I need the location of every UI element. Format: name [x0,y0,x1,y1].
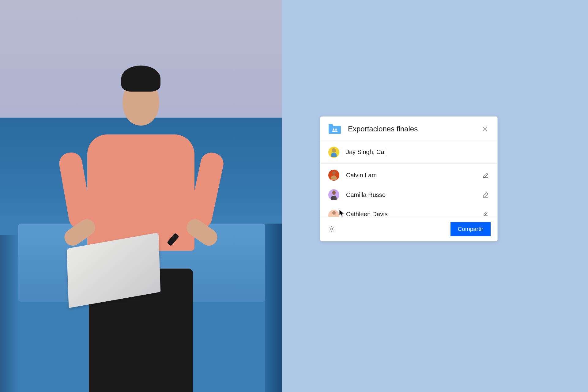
avatar-camilla-russe [328,189,339,200]
text-cursor [385,149,385,156]
edit-permission-icon[interactable] [482,209,489,216]
recipient-input[interactable]: Jay Singh, Ca [346,149,489,156]
avatar-jay-singh [328,147,339,158]
suggestion-name: Calvin Lam [346,172,482,179]
dialog-header: Exportaciones finales [320,117,497,141]
couch-arm-left [0,235,18,392]
share-dialog: Exportaciones finales Jay Singh, Ca Calv… [320,116,498,241]
settings-button[interactable] [327,224,336,234]
person-hair [121,66,160,92]
svg-point-1 [335,129,337,130]
person [49,39,232,392]
suggestion-name: Cathleen Davis [346,209,482,217]
suggestions-list: Calvin Lam Camilla Russe Cathleen Davis [320,164,497,217]
photo-scene [0,0,282,392]
shared-folder-icon [328,123,341,134]
suggestion-name: Camilla Russe [346,191,482,198]
photo-panel [0,0,282,392]
avatar-cathleen-davis [328,210,339,217]
dialog-title: Exportaciones finales [348,125,480,133]
person-torso [87,134,194,251]
recipient-input-row[interactable]: Jay Singh, Ca [320,141,497,164]
dialog-footer: Compartir [320,217,497,241]
svg-point-7 [331,228,333,230]
svg-point-0 [333,129,334,130]
gear-icon [328,225,336,233]
edit-permission-icon[interactable] [482,172,489,179]
suggestion-item[interactable]: Calvin Lam [320,164,497,185]
ui-panel: Exportaciones finales Jay Singh, Ca Calv… [282,0,588,392]
close-button[interactable] [480,124,489,134]
edit-permission-icon[interactable] [482,191,489,198]
suggestion-item[interactable]: Cathleen Davis [320,205,497,217]
close-icon [482,126,488,132]
couch-arm-right [265,224,282,392]
avatar-calvin-lam [328,170,339,181]
suggestion-item[interactable]: Camilla Russe [320,185,497,205]
share-button[interactable]: Compartir [450,222,491,236]
